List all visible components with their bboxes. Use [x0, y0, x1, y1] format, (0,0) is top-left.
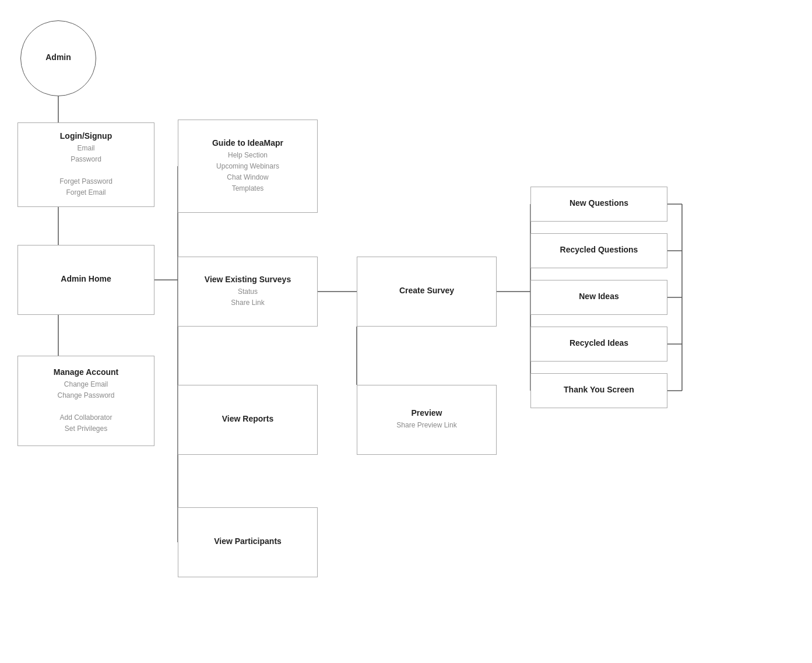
admin-home-node: Admin Home — [17, 245, 154, 315]
manage-account-node: Manage Account Change EmailChange Passwo… — [17, 356, 154, 446]
login-title: Login/Signup — [60, 131, 112, 141]
thank-you-title: Thank You Screen — [564, 385, 634, 394]
thank-you-node: Thank You Screen — [530, 373, 667, 408]
diagram-container: Admin Login/Signup EmailPasswordForget P… — [0, 0, 812, 663]
login-node: Login/Signup EmailPasswordForget Passwor… — [17, 122, 154, 207]
admin-home-title: Admin Home — [61, 274, 111, 283]
create-survey-title: Create Survey — [399, 286, 454, 295]
new-questions-node: New Questions — [530, 187, 667, 222]
recycled-questions-node: Recycled Questions — [530, 233, 667, 268]
view-participants-title: View Participants — [214, 536, 282, 546]
manage-account-title: Manage Account — [54, 367, 119, 377]
preview-subtitle: Share Preview Link — [396, 420, 456, 431]
view-surveys-subtitle: StatusShare Link — [231, 286, 264, 308]
connectors-svg — [0, 0, 812, 663]
manage-account-subtitle: Change EmailChange PasswordAdd Collabora… — [57, 379, 114, 435]
new-ideas-node: New Ideas — [530, 280, 667, 315]
login-subtitle: EmailPasswordForget PasswordForget Email — [59, 143, 113, 199]
view-surveys-node: View Existing Surveys StatusShare Link — [178, 257, 318, 327]
preview-title: Preview — [412, 408, 442, 418]
recycled-ideas-node: Recycled Ideas — [530, 327, 667, 362]
preview-node: Preview Share Preview Link — [357, 385, 497, 455]
recycled-questions-title: Recycled Questions — [560, 245, 638, 254]
view-reports-title: View Reports — [222, 414, 273, 423]
view-surveys-title: View Existing Surveys — [205, 275, 291, 284]
admin-label: Admin — [45, 52, 71, 62]
view-reports-node: View Reports — [178, 385, 318, 455]
view-participants-node: View Participants — [178, 507, 318, 577]
guide-subtitle: Help SectionUpcoming WebinarsChat Window… — [216, 150, 279, 195]
create-survey-node: Create Survey — [357, 257, 497, 327]
new-ideas-title: New Ideas — [579, 292, 618, 301]
new-questions-title: New Questions — [570, 198, 628, 208]
admin-node: Admin — [20, 20, 96, 96]
recycled-ideas-title: Recycled Ideas — [570, 338, 628, 348]
guide-node: Guide to IdeaMapr Help SectionUpcoming W… — [178, 120, 318, 213]
guide-title: Guide to IdeaMapr — [212, 138, 283, 148]
